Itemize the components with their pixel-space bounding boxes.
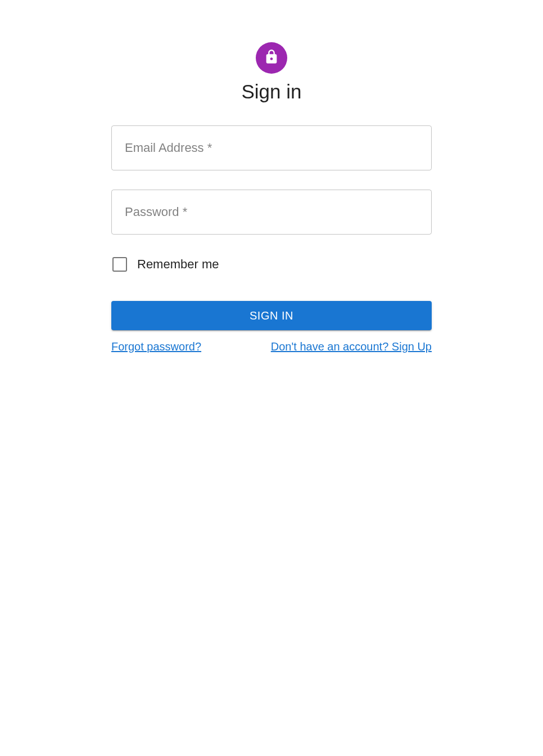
links-row: Forgot password? Don't have an account? … bbox=[111, 340, 432, 353]
email-field[interactable] bbox=[111, 125, 432, 170]
signin-form: Email Address * Password * Remember me S… bbox=[111, 125, 432, 353]
signup-link[interactable]: Don't have an account? Sign Up bbox=[271, 340, 432, 353]
email-field-wrapper: Email Address * bbox=[111, 125, 432, 170]
forgot-password-link[interactable]: Forgot password? bbox=[111, 340, 201, 353]
password-field-wrapper: Password * bbox=[111, 190, 432, 235]
remember-label: Remember me bbox=[137, 257, 219, 272]
lock-icon bbox=[264, 49, 279, 67]
password-field[interactable] bbox=[111, 190, 432, 235]
remember-row: Remember me bbox=[111, 257, 432, 272]
signin-container: Sign in Email Address * Password * Remem… bbox=[0, 0, 543, 353]
remember-checkbox[interactable] bbox=[112, 257, 127, 272]
signin-button[interactable]: Sign In bbox=[111, 301, 432, 330]
page-title: Sign in bbox=[241, 80, 301, 103]
avatar-badge bbox=[256, 42, 287, 74]
